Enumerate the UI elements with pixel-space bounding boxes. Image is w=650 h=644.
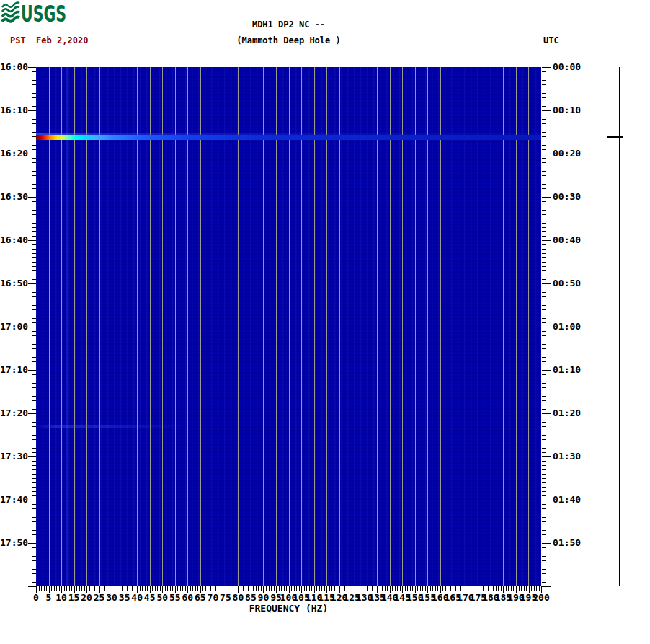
time-minor-tick-right [542,357,546,358]
time-minor-tick-right [542,504,546,505]
time-minor-tick-left [32,296,36,297]
time-minor-tick-left [32,184,36,185]
gridline [289,67,290,586]
time-minor-tick-left [32,487,36,488]
time-major-tick-right [542,197,551,198]
time-minor-tick-right [542,210,546,211]
gridline [402,67,403,586]
time-minor-tick-right [542,513,546,513]
time-minor-tick-right [542,214,546,215]
time-minor-tick-left [32,201,36,202]
time-minor-tick-right [542,167,546,167]
time-major-tick-right [542,67,551,68]
time-minor-tick-left [32,335,36,336]
time-minor-tick-right [542,487,546,488]
time-minor-tick-right [542,132,546,133]
time-minor-tick-right [542,560,546,561]
freq-minor-tick [291,586,292,591]
time-minor-tick-right [542,201,546,202]
time-label-utc: 01:40 [553,495,593,505]
gridline [74,67,75,586]
time-minor-tick-left [32,530,36,531]
time-minor-tick-left [32,279,36,280]
event-time-marker-tick [607,136,623,138]
time-minor-tick-left [32,309,36,310]
time-minor-tick-left [32,266,36,267]
time-major-tick-right [542,586,551,587]
freq-minor-tick [205,586,206,591]
time-minor-tick-left [32,348,36,349]
time-minor-tick-left [32,89,36,89]
time-minor-tick-left [32,162,36,163]
time-minor-tick-right [542,366,546,366]
freq-minor-tick [145,586,146,591]
time-minor-tick-left [32,387,36,388]
freq-minor-tick [284,586,285,591]
freq-minor-tick [243,586,244,591]
time-major-tick-left [28,240,36,241]
time-minor-tick-right [542,452,546,453]
time-minor-tick-right [542,128,546,128]
time-minor-tick-right [542,188,546,189]
time-minor-tick-left [32,305,36,306]
freq-minor-tick [261,586,262,591]
freq-minor-tick [127,586,128,591]
gridline [86,67,87,586]
freq-minor-tick [140,586,141,591]
time-minor-tick-left [32,236,36,237]
time-minor-tick-right [542,141,546,141]
freq-minor-tick [442,586,443,591]
time-major-tick-left [28,370,36,371]
time-minor-tick-left [32,231,36,232]
freq-minor-tick [223,586,223,591]
time-minor-tick-left [32,526,36,526]
time-minor-tick-right [542,288,546,288]
time-minor-tick-right [542,309,546,310]
time-minor-tick-left [32,534,36,535]
gridline [162,67,163,586]
gridline [478,67,478,586]
gridline [125,67,125,586]
freq-minor-tick [157,586,158,591]
time-minor-tick-right [542,396,546,397]
time-minor-tick-right [542,227,546,228]
freq-minor-tick [476,586,476,591]
time-minor-tick-right [542,578,546,578]
freq-minor-tick [218,586,218,591]
time-minor-tick-right [542,71,546,72]
freq-minor-tick [508,586,509,591]
freq-minor-tick [122,586,123,591]
time-minor-tick-right [542,219,546,219]
time-minor-tick-right [542,244,546,245]
freq-minor-tick [506,586,507,591]
gridline [251,67,251,586]
gridline [263,67,264,586]
time-minor-tick-left [32,292,36,293]
time-label-pst: 16:30 [0,192,27,202]
time-minor-tick-right [542,149,546,150]
time-minor-tick-right [542,76,546,76]
time-minor-tick-left [32,97,36,98]
freq-minor-tick [59,586,60,591]
freq-minor-tick [331,586,332,591]
freq-minor-tick [152,586,153,591]
time-minor-tick-left [32,565,36,565]
freq-minor-tick [362,586,362,591]
time-label-pst: 16:40 [0,235,27,245]
time-minor-tick-left [32,396,36,397]
freq-minor-tick [299,586,300,591]
time-minor-tick-right [542,279,546,280]
freq-minor-tick [39,586,40,591]
freq-minor-tick [432,586,433,591]
freq-minor-tick [190,586,191,591]
time-minor-tick-right [542,422,546,423]
gridline [301,67,302,586]
freq-minor-tick [64,586,65,591]
time-minor-tick-right [542,331,546,332]
freq-minor-tick [236,586,236,591]
freq-minor-tick [197,586,198,591]
time-minor-tick-left [32,409,36,410]
time-minor-tick-left [32,119,36,120]
time-minor-tick-right [542,206,546,206]
freq-minor-tick [266,586,267,591]
